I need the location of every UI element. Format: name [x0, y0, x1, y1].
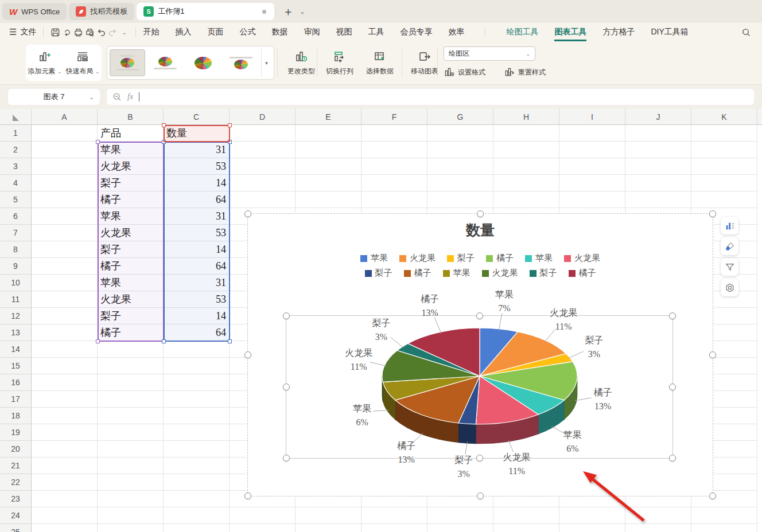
row-header-12[interactable]: 12	[0, 308, 32, 324]
row-header-6[interactable]: 6	[0, 208, 32, 225]
menu-DIY工具箱[interactable]: DIY工具箱	[650, 27, 689, 37]
col-header-K[interactable]: K	[691, 109, 757, 125]
cell-B8[interactable]: 梨子	[98, 241, 164, 258]
col-header-I[interactable]: I	[559, 109, 625, 125]
set-format-button[interactable]: 设置格式	[444, 65, 485, 79]
cell-D5[interactable]	[230, 191, 296, 208]
plot-handle[interactable]	[669, 312, 676, 319]
row-header-18[interactable]: 18	[0, 408, 32, 424]
pie-data-label[interactable]: 梨子3%	[454, 455, 473, 479]
redo-icon[interactable]	[107, 26, 118, 38]
row-header-4[interactable]: 4	[0, 175, 32, 191]
cell-A17[interactable]	[32, 391, 98, 408]
cell-H3[interactable]	[493, 158, 559, 175]
cell-E24[interactable]	[296, 507, 361, 524]
cell-J1[interactable]	[625, 125, 691, 142]
print-preview-icon[interactable]	[84, 26, 95, 38]
row-header-7[interactable]: 7	[0, 225, 32, 241]
cell-C18[interactable]	[164, 408, 230, 424]
plot-handle[interactable]	[283, 312, 290, 319]
cell-B17[interactable]	[98, 391, 164, 408]
cell-D2[interactable]	[230, 142, 296, 158]
pie-data-label[interactable]: 橘子13%	[421, 294, 439, 318]
cell-I3[interactable]	[559, 158, 625, 175]
row-header-5[interactable]: 5	[0, 191, 32, 208]
menu-效率[interactable]: 效率	[447, 27, 465, 37]
cell-C19[interactable]	[164, 424, 230, 441]
cell-C15[interactable]	[164, 358, 230, 374]
cell-F24[interactable]	[361, 507, 427, 524]
cell-F1[interactable]	[361, 125, 427, 142]
cell-C14[interactable]	[164, 341, 230, 358]
row-header-19[interactable]: 19	[0, 424, 32, 441]
chart-style-brush-button[interactable]	[721, 237, 738, 255]
pie-data-label[interactable]: 橘子13%	[397, 441, 415, 464]
col-header-B[interactable]: B	[98, 109, 164, 125]
tab-wps-office[interactable]: W WPS Office	[2, 3, 67, 20]
cell-K4[interactable]	[691, 175, 757, 191]
pie-data-label[interactable]: 橘子13%	[594, 388, 612, 411]
cell-B2[interactable]: 苹果	[98, 142, 164, 158]
cell-G1[interactable]	[427, 125, 493, 142]
cell-A19[interactable]	[32, 424, 98, 441]
col-header-C[interactable]: C	[164, 109, 230, 125]
row-header-17[interactable]: 17	[0, 391, 32, 408]
menu-页面[interactable]: 页面	[206, 27, 224, 37]
cell-A8[interactable]	[32, 241, 98, 258]
cell-B4[interactable]: 梨子	[98, 175, 164, 191]
cell-J4[interactable]	[625, 175, 691, 191]
pie-data-label[interactable]: 苹果6%	[353, 404, 371, 427]
cell-G2[interactable]	[427, 142, 493, 158]
cell-A1[interactable]	[32, 125, 98, 142]
chart-style-2[interactable]	[147, 49, 183, 76]
zoom-out-icon[interactable]	[112, 92, 122, 101]
cell-F2[interactable]	[361, 142, 427, 158]
cell-B19[interactable]	[98, 424, 164, 441]
col-header-E[interactable]: E	[296, 109, 361, 125]
row-header-16[interactable]: 16	[0, 374, 32, 391]
cell-A14[interactable]	[32, 341, 98, 358]
cell-A2[interactable]	[32, 142, 98, 158]
cell-C21[interactable]	[164, 457, 230, 474]
cell-B3[interactable]: 火龙果	[98, 158, 164, 175]
plot-handle[interactable]	[476, 455, 483, 461]
cell-B7[interactable]: 火龙果	[98, 225, 164, 241]
cell-B23[interactable]	[98, 491, 164, 507]
row-header-9[interactable]: 9	[0, 258, 32, 275]
tab-workbook1[interactable]: S 工作簿1	[137, 3, 274, 20]
pie-data-label[interactable]: 火龙果11%	[550, 308, 577, 331]
cell-A10[interactable]	[32, 275, 98, 291]
cell-J3[interactable]	[625, 158, 691, 175]
cell-G24[interactable]	[427, 507, 493, 524]
chart-handle[interactable]	[244, 210, 251, 217]
cell-E3[interactable]	[296, 158, 361, 175]
pie-data-label[interactable]: 火龙果11%	[345, 348, 372, 371]
cell-I4[interactable]	[559, 175, 625, 191]
cell-C16[interactable]	[164, 374, 230, 391]
cell-A13[interactable]	[32, 324, 98, 341]
cell-A7[interactable]	[32, 225, 98, 241]
col-header-D[interactable]: D	[230, 109, 296, 125]
cell-E1[interactable]	[296, 125, 361, 142]
cell-K25[interactable]	[691, 524, 757, 532]
row-header-3[interactable]: 3	[0, 158, 32, 175]
tab-list-chevron-icon[interactable]: ⌄	[300, 8, 305, 15]
chart-handle[interactable]	[244, 492, 251, 499]
cell-C5[interactable]: 64	[164, 191, 230, 208]
cell-E2[interactable]	[296, 142, 361, 158]
cell-C22[interactable]	[164, 474, 230, 491]
cell-D24[interactable]	[230, 507, 296, 524]
cell-B20[interactable]	[98, 441, 164, 457]
cell-G4[interactable]	[427, 175, 493, 191]
cell-F25[interactable]	[361, 524, 427, 532]
new-tab-button[interactable]: ＋	[282, 4, 294, 19]
menu-视图[interactable]: 视图	[335, 27, 353, 37]
cell-A6[interactable]	[32, 208, 98, 225]
col-header-A[interactable]: A	[32, 109, 98, 125]
cell-A15[interactable]	[32, 358, 98, 374]
cell-K1[interactable]	[691, 125, 757, 142]
cell-C3[interactable]: 53	[164, 158, 230, 175]
cell-J5[interactable]	[625, 191, 691, 208]
row-header-11[interactable]: 11	[0, 291, 32, 308]
cell-C6[interactable]: 31	[164, 208, 230, 225]
